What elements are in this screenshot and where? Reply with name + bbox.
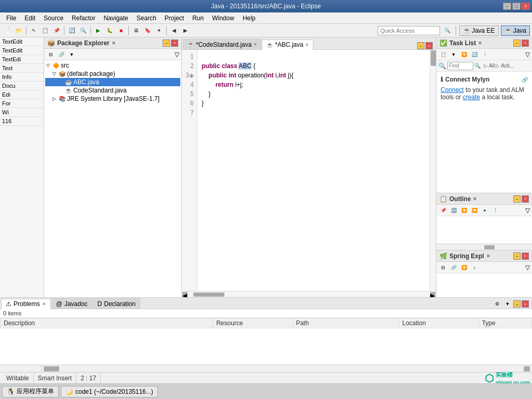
restore-button[interactable]: □ <box>512 3 521 10</box>
task-menu[interactable]: ⋮ <box>480 50 489 59</box>
find-input[interactable] <box>447 62 473 70</box>
editor-minimize[interactable]: – <box>417 42 424 49</box>
task-more[interactable]: ▽ <box>525 51 530 58</box>
toolbar-refresh[interactable]: 🔄 <box>66 25 77 36</box>
quick-access-search[interactable]: 🔍 <box>442 25 453 36</box>
close-button[interactable]: × <box>522 3 530 10</box>
outline-menu[interactable]: ⋮ <box>490 206 500 215</box>
bottom-close[interactable]: × <box>522 300 529 308</box>
outline-minimize[interactable]: – <box>513 195 521 203</box>
sidebar-text-4[interactable]: Text <box>0 64 44 73</box>
tab-codestandard[interactable]: ☕ *CodeStandard.java × <box>183 39 261 49</box>
main-hscroll[interactable] <box>0 365 532 372</box>
explorer-controls[interactable]: – × <box>163 39 178 47</box>
tab-close-abc[interactable]: × <box>305 42 309 48</box>
hscroll-main[interactable] <box>42 365 501 372</box>
editor-close[interactable]: × <box>425 42 433 49</box>
scroll-right-arrow[interactable]: ▶ <box>430 292 435 297</box>
sidebar-116[interactable]: 116 <box>0 117 44 126</box>
col-path[interactable]: Path <box>292 318 399 328</box>
task-new[interactable]: 📋 <box>438 50 448 59</box>
outline-scrollbar-h[interactable] <box>436 244 532 250</box>
toolbar-run[interactable]: ▶ <box>93 25 103 36</box>
toolbar-new[interactable]: 📄 <box>2 25 12 36</box>
create-link[interactable]: create <box>463 94 480 101</box>
task-controls[interactable]: – × <box>513 39 529 47</box>
sidebar-docu[interactable]: Docu <box>0 82 44 90</box>
bottom-minimize-view[interactable]: ▼ <box>503 299 512 309</box>
tree-toggle-default-pkg[interactable]: ▽ <box>52 71 58 76</box>
toolbar-external[interactable]: 🖥 <box>131 25 141 36</box>
spring-filter[interactable]: 🔽 <box>459 263 469 272</box>
task-sync[interactable]: 🔄 <box>470 50 479 59</box>
menu-run[interactable]: Run <box>188 14 208 23</box>
explorer-minimize[interactable]: – <box>163 39 170 47</box>
col-type[interactable]: Type <box>478 318 531 328</box>
minimize-button[interactable]: – <box>503 3 511 10</box>
sidebar-textedit-3[interactable]: TextEdi <box>0 55 44 64</box>
toolbar-arrow[interactable]: ↖ <box>29 25 39 36</box>
menu-source[interactable]: Source <box>39 14 68 23</box>
tree-item-jre[interactable]: ▷ 📚 JRE System Library [JavaSE-1.7] <box>45 95 180 103</box>
code-editor[interactable]: 1 2 3◈ 4 5 6 7 public class ABC { public… <box>182 50 430 291</box>
explorer-link[interactable]: 🔗 <box>57 50 66 59</box>
outline-filter-1[interactable]: 🔽 <box>459 206 469 215</box>
tab-declaration[interactable]: D Declaration <box>93 298 140 309</box>
sidebar-edi[interactable]: Edi <box>0 90 44 99</box>
task-filter[interactable]: 🔽 <box>459 50 469 59</box>
outline-dot[interactable]: ● <box>480 206 489 215</box>
editor-scrollbar-h[interactable]: ◀ ▶ <box>182 291 436 297</box>
toolbar-next[interactable]: ▶ <box>180 25 191 36</box>
menu-navigate[interactable]: Navigate <box>99 14 132 23</box>
menu-search[interactable]: Search <box>132 14 161 23</box>
menu-help[interactable]: Help <box>238 14 260 23</box>
spring-close[interactable]: × <box>522 252 529 260</box>
taskbar-workspace[interactable]: 🌙 code1 (~/Code/20135116...) <box>61 386 158 397</box>
window-controls[interactable]: – □ × <box>503 3 530 10</box>
col-description[interactable]: Description <box>1 318 213 328</box>
menu-file[interactable]: File <box>2 14 20 23</box>
explorer-menu[interactable]: ▽ <box>175 51 179 58</box>
tree-item-abc[interactable]: ☕ ABC.java <box>45 78 180 86</box>
explorer-filter[interactable]: ▼ <box>67 50 76 59</box>
col-resource[interactable]: Resource <box>213 318 292 328</box>
filter-acti-label[interactable]: Acti... <box>501 63 514 69</box>
spring-minimize[interactable]: – <box>513 252 521 260</box>
task-down[interactable]: ▼ <box>449 50 458 59</box>
sidebar-for[interactable]: For <box>0 99 44 108</box>
tree-item-default-pkg[interactable]: ▽ 📦 (default package) <box>45 70 180 78</box>
bottom-view-menu[interactable]: ⚙ <box>493 299 502 309</box>
explorer-collapse[interactable]: ⊟ <box>46 50 56 59</box>
toolbar-bookmark[interactable]: 🔖 <box>142 25 153 36</box>
col-location[interactable]: Location <box>399 318 478 328</box>
outline-filter-2[interactable]: 🔽 <box>470 206 479 215</box>
sidebar-info[interactable]: Info <box>0 73 44 82</box>
menu-project[interactable]: Project <box>161 14 188 23</box>
tree-toggle-jre[interactable]: ▷ <box>52 96 58 101</box>
menu-window[interactable]: Window <box>208 14 238 23</box>
toolbar-stop[interactable]: ■ <box>116 25 126 36</box>
task-minimize[interactable]: – <box>513 39 521 47</box>
perspective-java-ee[interactable]: ☕ Java EE <box>459 25 499 36</box>
task-close[interactable]: × <box>522 39 529 47</box>
tree-item-src[interactable]: ▽ 🔶 src <box>45 61 180 70</box>
tree-toggle-src[interactable]: ▽ <box>46 63 51 68</box>
menu-refactor[interactable]: Refactor <box>68 14 99 23</box>
outline-hide[interactable]: 📌 <box>438 206 448 215</box>
scroll-left-arrow[interactable]: ◀ <box>182 292 188 297</box>
connect-link[interactable]: Connect <box>441 86 464 94</box>
toolbar-prev[interactable]: ◀ <box>169 25 179 36</box>
editor-scrollbar-v[interactable] <box>430 50 436 291</box>
toolbar-open[interactable]: 📁 <box>14 25 24 36</box>
explorer-close[interactable]: × <box>171 39 178 47</box>
tab-javadoc[interactable]: @ Javadoc <box>51 298 92 309</box>
toolbar-paste[interactable]: 📌 <box>51 25 62 36</box>
spring-link[interactable]: 🔗 <box>449 263 458 272</box>
toolbar-search[interactable]: 🔍 <box>78 25 88 36</box>
outline-sort[interactable]: 🔤 <box>449 206 458 215</box>
toolbar-copy[interactable]: 📋 <box>40 25 50 36</box>
sidebar-textedit-1[interactable]: TextEdit <box>0 37 44 46</box>
tab-problems[interactable]: ⚠ Problems ✕ <box>1 299 51 309</box>
filter-all-label[interactable]: All <box>489 63 495 69</box>
outline-controls[interactable]: – × <box>513 195 529 203</box>
